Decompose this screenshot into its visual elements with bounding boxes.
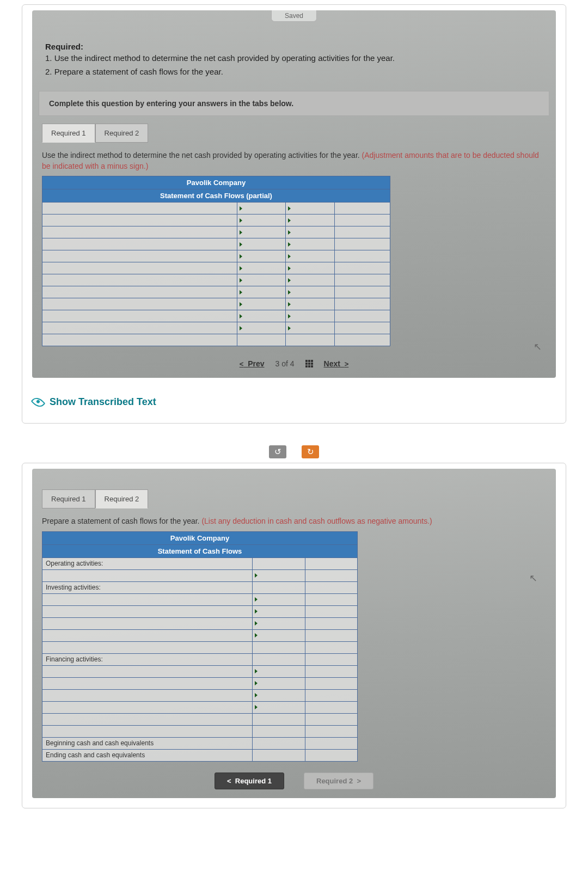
ws1-desc[interactable] bbox=[42, 203, 237, 214]
ws2-amt[interactable] bbox=[253, 713, 305, 725]
ws1-desc[interactable] bbox=[42, 298, 237, 310]
ws1-amt-a[interactable] bbox=[237, 203, 285, 214]
show-transcribed-link[interactable]: Show Transcribed Text bbox=[50, 396, 156, 408]
ws2-amt[interactable] bbox=[253, 737, 305, 749]
ws2-amt[interactable] bbox=[253, 689, 305, 701]
ws1-amt-c[interactable] bbox=[334, 310, 390, 322]
ws2-amt[interactable] bbox=[253, 605, 305, 617]
ws1-amt-c[interactable] bbox=[334, 203, 390, 214]
grid-icon[interactable] bbox=[305, 360, 313, 367]
ws1-amt-c[interactable] bbox=[334, 286, 390, 298]
ws2-desc[interactable] bbox=[42, 641, 253, 653]
ws2-desc[interactable] bbox=[42, 629, 253, 641]
ws2-amt[interactable] bbox=[305, 569, 358, 581]
ws2-amt[interactable] bbox=[253, 725, 305, 737]
ws1-amt-c[interactable] bbox=[334, 274, 390, 286]
ws1-amt-b[interactable] bbox=[286, 286, 334, 298]
ws1-amt-a[interactable] bbox=[237, 214, 285, 226]
ws1-amt-a[interactable] bbox=[237, 262, 285, 274]
ws1-amt-a[interactable] bbox=[237, 322, 285, 334]
ws1-desc[interactable] bbox=[42, 322, 237, 334]
ws2-desc[interactable] bbox=[42, 713, 253, 725]
tab-required-2[interactable]: Required 2 bbox=[95, 124, 149, 143]
rotate-right-button[interactable]: ↻ bbox=[302, 445, 319, 458]
ws2-amt[interactable] bbox=[305, 701, 358, 713]
ws2-amt[interactable] bbox=[253, 701, 305, 713]
ws2-amt[interactable] bbox=[305, 581, 358, 593]
ws2-desc[interactable] bbox=[42, 725, 253, 737]
tab-required-1[interactable]: Required 1 bbox=[42, 489, 95, 508]
tab-required-1[interactable]: Required 1 bbox=[42, 124, 95, 143]
ws2-amt[interactable] bbox=[253, 593, 305, 605]
ws1-desc[interactable] bbox=[42, 226, 237, 238]
ws1-desc[interactable] bbox=[42, 214, 237, 226]
ws1-amt-b[interactable] bbox=[286, 322, 334, 334]
ws1-amt-c[interactable] bbox=[334, 238, 390, 250]
ws2-amt[interactable] bbox=[253, 617, 305, 629]
ws1-amt-b[interactable] bbox=[286, 250, 334, 262]
ws1-desc[interactable] bbox=[42, 262, 237, 274]
ws1-amt-b[interactable] bbox=[286, 274, 334, 286]
ws2-amt[interactable] bbox=[305, 713, 358, 725]
ws2-amt[interactable] bbox=[253, 665, 305, 677]
ws2-amt[interactable] bbox=[305, 665, 358, 677]
ws1-amt-c[interactable] bbox=[334, 250, 390, 262]
ws1-amt-a[interactable] bbox=[237, 250, 285, 262]
ws2-amt[interactable] bbox=[253, 653, 305, 665]
ws2-amt[interactable] bbox=[305, 725, 358, 737]
ws1-desc[interactable] bbox=[42, 286, 237, 298]
ws2-amt[interactable] bbox=[305, 689, 358, 701]
ws1-amt-b[interactable] bbox=[286, 203, 334, 214]
ws2-amt[interactable] bbox=[305, 629, 358, 641]
ws1-amt-b[interactable] bbox=[286, 214, 334, 226]
ws1-desc[interactable] bbox=[42, 274, 237, 286]
tab-required-2[interactable]: Required 2 bbox=[95, 489, 149, 508]
ws2-amt[interactable] bbox=[305, 677, 358, 689]
ws1-amt-c[interactable] bbox=[334, 262, 390, 274]
ws2-desc[interactable] bbox=[42, 569, 253, 581]
ws1-amt-c[interactable] bbox=[334, 226, 390, 238]
ws2-desc[interactable] bbox=[42, 701, 253, 713]
ws2-desc[interactable] bbox=[42, 689, 253, 701]
ws1-amt-a[interactable] bbox=[237, 310, 285, 322]
ws1-amt-c[interactable] bbox=[334, 322, 390, 334]
ws2-desc[interactable] bbox=[42, 677, 253, 689]
ws1-desc[interactable] bbox=[42, 334, 237, 346]
ws1-desc[interactable] bbox=[42, 238, 237, 250]
ws1-amt-b[interactable] bbox=[286, 310, 334, 322]
ws2-desc[interactable] bbox=[42, 665, 253, 677]
ws2-desc[interactable] bbox=[42, 593, 253, 605]
ws1-amt-a[interactable] bbox=[237, 286, 285, 298]
ws2-amt[interactable] bbox=[253, 581, 305, 593]
ws1-amt-a[interactable] bbox=[237, 274, 285, 286]
next-button[interactable]: Next > bbox=[324, 359, 349, 368]
ws1-desc[interactable] bbox=[42, 310, 237, 322]
ws2-amt[interactable] bbox=[305, 557, 358, 569]
prev-button[interactable]: < Prev bbox=[240, 359, 265, 368]
ws2-amt[interactable] bbox=[305, 593, 358, 605]
ws1-desc[interactable] bbox=[42, 250, 237, 262]
ws2-amt[interactable] bbox=[253, 569, 305, 581]
ws1-amt-a[interactable] bbox=[237, 334, 285, 346]
ws2-amt[interactable] bbox=[253, 557, 305, 569]
ws1-amt-a[interactable] bbox=[237, 298, 285, 310]
ws1-amt-b[interactable] bbox=[286, 334, 334, 346]
ws2-amt[interactable] bbox=[305, 641, 358, 653]
ws2-amt[interactable] bbox=[305, 605, 358, 617]
ws1-amt-b[interactable] bbox=[286, 238, 334, 250]
ws2-amt[interactable] bbox=[305, 749, 358, 761]
ws1-amt-c[interactable] bbox=[334, 298, 390, 310]
ws1-amt-a[interactable] bbox=[237, 238, 285, 250]
ws1-amt-b[interactable] bbox=[286, 298, 334, 310]
ws1-amt-c[interactable] bbox=[334, 214, 390, 226]
ws2-amt[interactable] bbox=[305, 737, 358, 749]
ws2-amt[interactable] bbox=[253, 641, 305, 653]
rotate-left-button[interactable]: ↺ bbox=[269, 445, 286, 458]
ws2-amt[interactable] bbox=[253, 677, 305, 689]
ws2-desc[interactable] bbox=[42, 617, 253, 629]
nav-back-required-1[interactable]: < Required 1 bbox=[215, 773, 284, 789]
ws1-amt-b[interactable] bbox=[286, 226, 334, 238]
ws1-amt-b[interactable] bbox=[286, 262, 334, 274]
ws1-amt-a[interactable] bbox=[237, 226, 285, 238]
ws2-amt[interactable] bbox=[253, 749, 305, 761]
